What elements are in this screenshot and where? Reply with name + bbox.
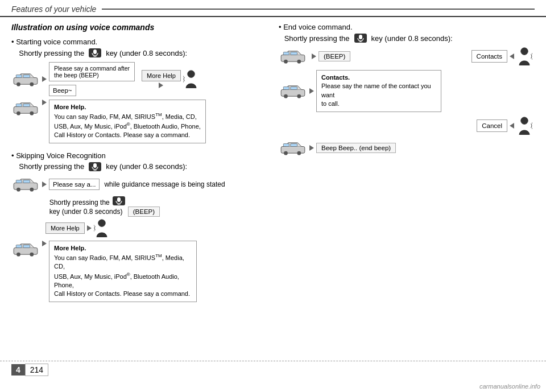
svg-rect-0 xyxy=(93,49,97,54)
mic-key-icon-3 xyxy=(113,196,125,205)
svg-point-5 xyxy=(30,82,34,86)
header-title: Features of your vehicle xyxy=(11,5,96,14)
right-diagram-3: Cancel xyxy=(279,117,532,135)
section-title: Illustration on using voice commands xyxy=(11,23,267,32)
svg-point-48 xyxy=(297,151,301,155)
svg-point-28 xyxy=(30,253,34,257)
svg-point-45 xyxy=(521,117,528,123)
bubble-please-say-a: Please say a... xyxy=(49,179,100,190)
svg-point-27 xyxy=(16,253,20,257)
person-icon-3 xyxy=(516,47,532,65)
page-footer: 4 214 xyxy=(0,361,546,376)
svg-rect-21 xyxy=(23,180,30,183)
arrow-1 xyxy=(42,76,47,82)
skipping-bullet: • Skipping Voice Recognition xyxy=(11,151,267,160)
svg-rect-7 xyxy=(23,75,30,78)
skipping-diagram-3: More Help xyxy=(46,219,267,237)
svg-point-47 xyxy=(284,151,288,155)
skipping-sub2: Shortly pressing the key (under 0.8 seco… xyxy=(46,196,267,217)
right-column: • End voice command. Shortly pressing th… xyxy=(279,23,535,306)
person-icon-2 xyxy=(94,219,110,237)
while-text: while guidance message is being stated xyxy=(104,180,225,188)
svg-rect-29 xyxy=(16,245,22,247)
svg-point-36 xyxy=(297,60,301,64)
bubble-contacts-1: Contacts xyxy=(471,50,507,63)
starting-diagram-1: Please say a command afterthe beep (BEEP… xyxy=(11,62,267,96)
bubble-cancel: Cancel xyxy=(477,119,507,132)
svg-rect-14 xyxy=(93,163,97,168)
svg-rect-37 xyxy=(283,52,289,55)
svg-rect-12 xyxy=(16,104,22,107)
mic-key-icon-4 xyxy=(354,34,367,43)
page-number-box: 4 214 xyxy=(11,364,48,376)
more-help-btn-2[interactable]: More Help xyxy=(46,222,85,234)
svg-point-10 xyxy=(16,112,20,115)
svg-rect-31 xyxy=(359,35,362,39)
page-tab: 4 xyxy=(11,364,25,376)
arrow-11 xyxy=(309,145,314,151)
svg-point-41 xyxy=(284,94,288,98)
car-icon-3 xyxy=(11,176,40,193)
svg-rect-44 xyxy=(291,86,297,89)
car-icon-7 xyxy=(279,139,307,156)
bubble-beep: Beep~ xyxy=(49,85,76,96)
svg-rect-6 xyxy=(16,75,22,78)
svg-point-39 xyxy=(521,48,528,55)
beep-box-skip: (BEEP) xyxy=(128,207,160,217)
page-header: Features of your vehicle xyxy=(0,0,546,17)
svg-rect-30 xyxy=(23,245,30,247)
bubble-please-say: Please say a command afterthe beep (BEEP… xyxy=(49,62,135,81)
watermark: carmanualsonline.info xyxy=(479,383,540,390)
svg-point-19 xyxy=(30,188,34,192)
car-icon-4 xyxy=(11,241,40,258)
long-bubble-1: More Help. You can say Radio, FM, AM, SI… xyxy=(49,100,206,143)
arrow-4 xyxy=(42,181,47,187)
skipping-section: • Skipping Voice Recognition Shortly pre… xyxy=(11,151,267,302)
long-bubble-2: More Help. You can say Radio, FM, AM, SI… xyxy=(49,241,197,302)
svg-point-4 xyxy=(16,82,20,86)
arrow-5 xyxy=(87,225,92,231)
skipping-diagram-4: More Help. You can say Radio, FM, AM, SI… xyxy=(11,241,267,302)
car-icon-1 xyxy=(11,71,40,88)
svg-point-25 xyxy=(98,220,105,226)
arrow-9 xyxy=(309,88,314,94)
arrow-7 xyxy=(312,53,316,59)
contacts-bubble: Contacts. Please say the name of the con… xyxy=(316,70,441,112)
car-icon-2 xyxy=(11,100,40,117)
mic-key-icon xyxy=(89,48,101,57)
starting-bullet: • Starting voice command. xyxy=(11,38,267,46)
svg-point-8 xyxy=(188,71,195,77)
arrow-10 xyxy=(510,123,514,129)
more-help-btn-1[interactable]: More Help xyxy=(142,70,181,81)
main-content: Illustration on using voice commands • S… xyxy=(0,23,546,306)
arrow-2 xyxy=(159,82,163,88)
arrow-6 xyxy=(42,241,47,246)
svg-rect-49 xyxy=(283,143,289,146)
end-voice-bullet: • End voice command. xyxy=(279,23,535,31)
svg-rect-22 xyxy=(117,197,121,202)
right-diagram-4: Beep Beep.. (end beep) xyxy=(279,139,535,156)
person-icon-1 xyxy=(183,70,199,88)
right-diagram-1: (BEEP) Contacts xyxy=(279,47,535,65)
header-line xyxy=(102,9,535,10)
end-voice-sub: Shortly pressing the key (under 0.8 seco… xyxy=(279,34,535,43)
arrow-8 xyxy=(510,53,514,59)
car-icon-5 xyxy=(279,48,307,65)
svg-point-18 xyxy=(16,188,20,192)
svg-rect-50 xyxy=(291,143,297,146)
right-diagram-2: Contacts. Please say the name of the con… xyxy=(279,70,535,112)
car-icon-6 xyxy=(279,82,307,100)
skipping-diagram-1: Please say a... while guidance message i… xyxy=(11,176,267,193)
person-icon-4 xyxy=(516,117,532,135)
starting-sub: Shortly pressing the key (under 0.8 seco… xyxy=(11,48,267,57)
svg-point-42 xyxy=(297,94,301,98)
arrow-3 xyxy=(42,100,47,105)
svg-rect-13 xyxy=(23,104,30,107)
starting-diagram-2: More Help. You can say Radio, FM, AM, SI… xyxy=(11,100,267,143)
mic-key-icon-2 xyxy=(89,162,101,171)
svg-point-35 xyxy=(284,60,288,64)
svg-rect-20 xyxy=(16,180,22,183)
beep-box-right-1: (BEEP) xyxy=(318,51,350,61)
svg-point-11 xyxy=(30,112,34,115)
beep-box-end: Beep Beep.. (end beep) xyxy=(316,143,396,153)
